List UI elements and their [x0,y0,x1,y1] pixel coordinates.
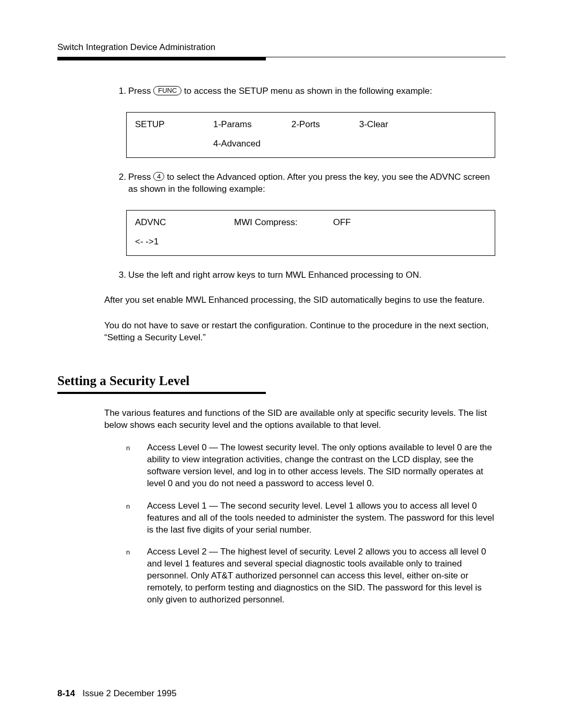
step-2: 2. Press 4 to select the Advanced option… [104,171,495,195]
setup-display: SETUP 1-Params 2-Ports 3-Clear 4-Advance… [126,112,495,158]
text: to access the SETUP menu as shown in the… [181,86,432,96]
step-1: 1. Press FUNC to access the SETUP menu a… [104,85,495,97]
cell: 4-Advanced [213,138,261,150]
step-number: 1. [104,85,128,97]
step-text: Press 4 to select the Advanced option. A… [128,171,495,195]
text: to select the Advanced option. After you… [128,172,490,194]
section-body: The various features and functions of th… [104,408,495,606]
step-number: 3. [104,269,128,281]
bullet-list: n Access Level 0 — The lowest security l… [126,442,495,606]
section-rule-thick [57,392,266,394]
issue-date: Issue 2 December 1995 [82,688,177,698]
header-thick-bar [57,57,266,60]
cell: SETUP [135,119,213,131]
body: 1. Press FUNC to access the SETUP menu a… [104,85,495,344]
display-row: 4-Advanced [135,138,486,150]
text: Press [128,172,153,182]
bullet-icon: n [126,442,147,490]
step-number: 2. [104,171,128,195]
step-3: 3. Use the left and right arrow keys to … [104,269,495,281]
list-item: n Access Level 2 — The highest level of … [126,546,495,606]
cell: 1-Params [213,119,291,131]
step-text: Press FUNC to access the SETUP menu as s… [128,85,495,97]
bullet-text: Access Level 2 — The highest level of se… [147,546,495,606]
cell [135,138,213,150]
four-key-icon: 4 [153,172,164,181]
cell: <- ->1 [135,236,158,248]
page-footer: 8-14 Issue 2 December 1995 [57,688,177,700]
cell: 2-Ports [291,119,359,131]
section-intro: The various features and functions of th… [104,408,495,431]
text: Press [128,86,153,96]
page: Switch Integration Device Administration… [0,0,563,728]
display-row: <- ->1 [135,236,486,248]
func-key-icon: FUNC [153,86,181,95]
page-number: 8-14 [57,688,75,698]
display-row: ADVNC MWI Compress: OFF [135,217,486,229]
cell: OFF [333,217,351,229]
cell: 3-Clear [359,119,388,131]
list-item: n Access Level 1 — The second security l… [126,500,495,536]
bullet-text: Access Level 0 — The lowest security lev… [147,442,495,490]
cell: MWI Compress: [234,217,333,229]
bullet-text: Access Level 1 — The second security lev… [147,500,495,536]
bullet-icon: n [126,546,147,606]
paragraph: After you set enable MWL Enhanced proces… [104,294,495,306]
advnc-display: ADVNC MWI Compress: OFF <- ->1 [126,210,495,256]
bullet-icon: n [126,500,147,536]
running-header: Switch Integration Device Administration [57,42,506,54]
list-item: n Access Level 0 — The lowest security l… [126,442,495,490]
paragraph: You do not have to save or restart the c… [104,320,495,344]
display-row: SETUP 1-Params 2-Ports 3-Clear [135,119,486,131]
cell: ADVNC [135,217,234,229]
section-heading: Setting a Security Level [57,372,506,390]
step-text: Use the left and right arrow keys to tur… [128,269,495,281]
